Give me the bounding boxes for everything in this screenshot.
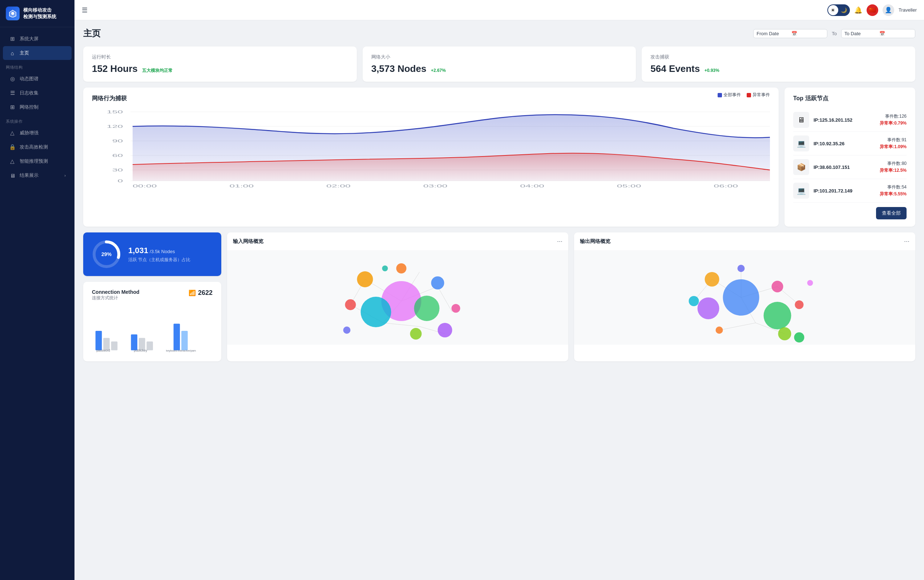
node-ip-2: IP:38.60.107.151 [813,165,875,170]
dynamic-graph-icon: ◎ [9,76,16,82]
node-icon-2: 📦 [793,159,809,175]
active-nodes-title: Top 活跃节点 [793,95,907,102]
svg-text:05:00: 05:00 [617,184,641,188]
dashboard-icon: ⊞ [9,36,16,42]
username-label[interactable]: Traveller [899,7,917,13]
active-nodes-panel: Top 活跃节点 🖥 IP:125.16.201.152 事件数:126 异常率… [784,87,915,227]
sidebar-item-ai-predict[interactable]: △ 智能推理预测 [3,154,72,168]
stat-badge-attack-capture: +0.93% [705,68,719,73]
sidebar-item-label: 网络控制 [20,104,38,110]
stat-label-network-size: 网络大小 [371,54,627,60]
svg-point-54 [764,302,791,330]
sidebar-item-log-collection[interactable]: ☰ 日志收集 [3,86,72,100]
sidebar-item-label: 系统大屏 [20,36,38,42]
network-in-header: 输入网络概览 ··· [227,232,568,250]
node-anomaly-3: 异常率:5.55% [879,191,907,197]
network-in-card: 输入网络概览 ··· [227,232,568,361]
topbar-right: ☀ 🌙 🔔 🇨🇳 👤 Traveller [827,4,917,16]
theme-dark-button[interactable]: 🌙 [839,5,849,15]
stat-label-runtime: 运行时长 [92,54,348,60]
network-out-viz [574,250,915,344]
svg-text:keyboard-interactive/pam: keyboard-interactive/pam [166,349,196,352]
stat-value-runtime: 152 Hours [92,63,138,74]
hamburger-button[interactable]: ☰ [82,6,87,14]
sidebar-item-attack-detect[interactable]: 🔒 攻击高效检测 [3,140,72,154]
sidebar-item-home[interactable]: ⌂ 主页 [3,46,72,60]
from-date-label: From Date [756,31,789,36]
sidebar-item-label: 结果展示 [20,172,38,179]
network-in-menu[interactable]: ··· [557,237,563,245]
from-date-picker[interactable]: From Date 📅 [753,29,827,38]
node-item-1: 💻 IP:10.92.35.26 事件数:91 异常率:1.09% [793,132,907,155]
node-events-1: 事件数:91 [887,137,907,143]
node-events-3: 事件数:54 [887,184,907,190]
node-stats-1: 事件数:91 异常率:1.09% [879,137,907,150]
sidebar-item-dashboard[interactable]: ⊞ 系统大屏 [3,32,72,46]
page-title: 主页 [83,28,101,39]
node-events-2: 事件数:80 [887,160,907,167]
language-flag[interactable]: 🇨🇳 [866,4,878,16]
sidebar-item-network-control[interactable]: ⊞ 网络控制 [3,100,72,114]
svg-text:00:00: 00:00 [133,184,157,188]
sidebar-item-label: 动态图谱 [20,76,38,82]
to-date-picker[interactable]: To Date 📅 [841,29,915,38]
svg-point-61 [716,326,723,334]
main-area: ☰ ☀ 🌙 🔔 🇨🇳 👤 Traveller 主页 From Date 📅 To [74,0,924,580]
svg-text:150: 150 [107,110,123,114]
svg-point-63 [794,332,804,343]
progress-circle-wrap: 29% [92,240,121,269]
theme-light-button[interactable]: ☀ [828,5,838,15]
bottom-right: 输入网络概览 ··· [227,232,915,361]
svg-text:publickey: publickey [134,349,147,352]
svg-text:password: password [96,349,110,352]
chevron-icon: › [64,173,66,178]
chart-area: 150 120 90 60 30 0 00:00 01:00 02:00 03:… [92,108,770,188]
date-filter: From Date 📅 To To Date 📅 [753,29,915,38]
sidebar-item-label: 日志收集 [20,90,38,96]
stat-badge-runtime: 五大模块均正常 [142,68,173,73]
avatar[interactable]: 👤 [883,4,894,16]
page-header: 主页 From Date 📅 To To Date 📅 [83,28,915,39]
progress-desc: 活跃 节点（主机或服务器）占比 [128,257,213,263]
svg-point-44 [382,265,388,271]
sidebar-item-label: 主页 [20,50,29,56]
sidebar-item-label: 威胁增强 [20,130,38,136]
bar-keyboard-2 [182,331,188,351]
wifi-icon: 📶 [188,290,196,297]
network-control-icon: ⊞ [9,104,16,110]
connection-count-wrap: 📶 2622 [188,289,213,297]
bar-publickey-3 [147,341,153,350]
svg-point-39 [438,323,452,338]
sidebar-item-results[interactable]: 🖥 结果展示 › [3,168,72,182]
view-all-button[interactable]: 查看全部 [876,207,907,219]
node-item-2: 📦 IP:38.60.107.151 事件数:80 异常率:12.5% [793,155,907,179]
bar-keyboard-1 [174,324,180,350]
notification-bell[interactable]: 🔔 [854,6,862,14]
svg-point-40 [396,263,407,274]
theme-toggle: ☀ 🌙 [827,4,850,16]
svg-line-27 [383,323,420,326]
legend-item-anomaly: 异常事件 [747,92,770,98]
svg-point-43 [343,326,351,334]
svg-text:03:00: 03:00 [423,184,448,188]
legend-item-all: 全部事件 [718,92,741,98]
network-out-menu[interactable]: ··· [904,237,909,245]
sidebar-item-threat[interactable]: △ 威胁增强 [3,126,72,140]
node-icon-0: 🖥 [793,112,809,128]
content-area: 主页 From Date 📅 To To Date 📅 运行时长 152 Hou… [74,20,924,580]
sidebar-item-label: 智能推理预测 [20,158,48,165]
attack-icon: 🔒 [9,144,16,150]
sidebar-logo: 横向移动攻击检测与预测系统 [0,0,74,27]
sidebar-item-dynamic-graph[interactable]: ◎ 动态图谱 [3,72,72,86]
home-icon: ⌂ [9,50,16,56]
node-ip-1: IP:10.92.35.26 [813,141,875,147]
results-icon: 🖥 [9,173,16,179]
progress-info: 1,031 /3.5k Nodes 活跃 节点（主机或服务器）占比 [128,246,213,263]
bar-password-1 [96,331,102,351]
bottom-section: 29% 1,031 /3.5k Nodes 活跃 节点（主机或服务器）占比 [83,232,915,361]
svg-line-51 [719,323,756,330]
node-anomaly-2: 异常率:12.5% [879,167,907,174]
svg-text:90: 90 [112,139,123,143]
stat-label-attack-capture: 攻击捕获 [650,54,907,60]
svg-point-53 [723,279,759,316]
